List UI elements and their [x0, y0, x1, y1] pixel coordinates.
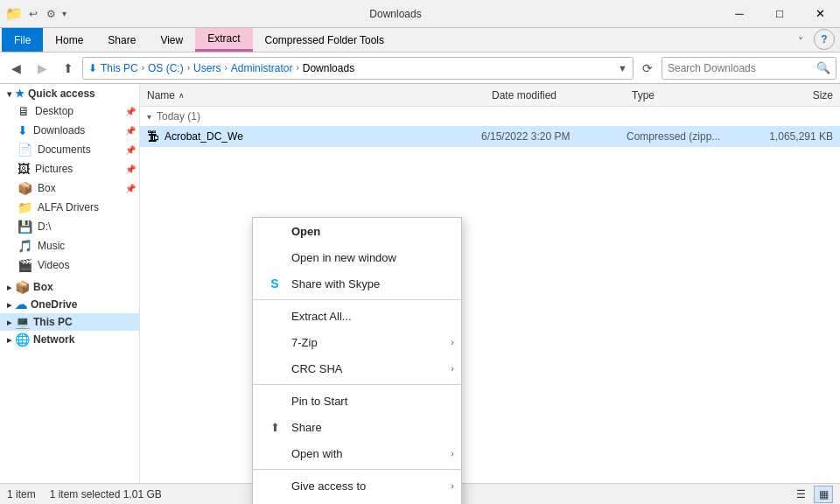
ctx-share-icon: ⬆: [267, 419, 283, 435]
ctx-extract-icon: [267, 308, 283, 324]
videos-icon: 🎬: [18, 258, 32, 272]
ctx-item-share-skype[interactable]: S Share with Skype: [253, 270, 461, 297]
ctx-item-crc-sha[interactable]: CRC SHA ›: [253, 355, 461, 382]
onedrive-label: OneDrive: [31, 298, 77, 311]
music-label: Music: [38, 240, 65, 252]
path-segment-administrator[interactable]: Administrator: [231, 62, 293, 74]
ctx-item-pin-to-start[interactable]: Pin to Start: [253, 388, 461, 414]
ctx-crc-label: CRC SHA: [291, 362, 343, 375]
ctx-extract-label: Extract All...: [291, 310, 352, 323]
sidebar-section-onedrive[interactable]: ▸ ☁ OneDrive: [0, 296, 139, 313]
qat-btn-properties[interactable]: ⚙: [44, 6, 59, 22]
ctx-item-7zip[interactable]: 7-Zip ›: [253, 329, 461, 355]
sidebar-section-box[interactable]: ▸ 📦 Box: [0, 278, 139, 296]
network-icon: 🌐: [15, 332, 30, 346]
sidebar-item-downloads[interactable]: ⬇ Downloads 📌: [0, 121, 139, 140]
col-header-name[interactable]: Name ∧: [147, 89, 492, 102]
refresh-button[interactable]: ⟳: [635, 56, 660, 80]
tab-compressed-folder-tools[interactable]: Compressed Folder Tools: [253, 28, 397, 52]
sidebar-item-music[interactable]: 🎵 Music: [0, 236, 139, 256]
qat-btn-undo[interactable]: ↩: [26, 6, 40, 22]
tab-home[interactable]: Home: [43, 28, 95, 52]
onedrive-icon: ☁: [15, 298, 27, 312]
close-button[interactable]: ✕: [800, 0, 840, 26]
quick-access-toolbar: 📁 ↩ ⚙ ▾: [0, 0, 72, 27]
chevron-onedrive-icon: ▸: [7, 300, 11, 310]
downloads-label: Downloads: [33, 124, 85, 136]
col-header-type[interactable]: Type: [632, 89, 746, 102]
ctx-separator-3: [253, 469, 461, 470]
ctx-item-open-with[interactable]: Open with ›: [253, 440, 461, 466]
downloads-icon: ⬇: [18, 123, 28, 137]
ctx-open-label: Open: [291, 225, 320, 238]
file-name-acrobat: Acrobat_DC_We: [164, 130, 476, 143]
search-input[interactable]: [668, 62, 816, 74]
sidebar-section-quick-access[interactable]: ▾ ★ Quick access: [0, 86, 139, 102]
file-date-acrobat: 6/15/2022 3:20 PM: [481, 130, 621, 143]
ctx-item-restore-versions[interactable]: Restore previous versions: [253, 499, 461, 504]
detail-view-button[interactable]: ▦: [814, 486, 833, 503]
group-header-today[interactable]: ▾ Today (1): [140, 107, 840, 126]
d-drive-label: D:\: [38, 220, 51, 233]
search-box[interactable]: 🔍: [662, 57, 836, 80]
sidebar-section-network[interactable]: ▸ 🌐 Network: [0, 331, 139, 348]
sidebar-item-desktop[interactable]: 🖥 Desktop 📌: [0, 102, 139, 121]
path-segment-thispc[interactable]: This PC: [101, 62, 138, 74]
ctx-item-open[interactable]: Open: [253, 218, 461, 244]
desktop-icon: 🖥: [18, 104, 30, 118]
pin-icon-desktop: 📌: [125, 107, 136, 116]
alfa-drivers-icon: 📁: [18, 200, 32, 214]
path-dropdown-arrow[interactable]: ▼: [618, 63, 627, 74]
ctx-open-new-icon: [267, 249, 283, 265]
path-segment-osc[interactable]: OS (C:): [148, 62, 184, 74]
path-segment-users[interactable]: Users: [193, 62, 220, 74]
ribbon-expand-icon[interactable]: ˅: [791, 32, 810, 52]
quick-access-star-icon: ★: [15, 88, 24, 100]
help-button[interactable]: ?: [814, 29, 835, 50]
up-button[interactable]: ⬆: [56, 56, 80, 80]
file-row-acrobat[interactable]: 🗜 Acrobat_DC_We 6/15/2022 3:20 PM Compre…: [140, 126, 840, 147]
column-headers: Name ∧ Date modified Type Size: [140, 84, 840, 107]
network-label: Network: [33, 333, 74, 346]
ctx-separator-2: [253, 384, 461, 385]
sidebar-item-pictures[interactable]: 🖼 Pictures 📌: [0, 159, 139, 178]
sidebar-item-box-qa[interactable]: 📦 Box 📌: [0, 178, 139, 198]
address-path[interactable]: ⬇ This PC › OS (C:) › Users › Administra…: [82, 57, 634, 80]
ctx-item-share[interactable]: ⬆ Share: [253, 414, 461, 440]
search-icon: 🔍: [816, 61, 830, 74]
col-header-date[interactable]: Date modified: [492, 89, 632, 102]
ctx-item-give-access[interactable]: Give access to ›: [253, 472, 461, 499]
pictures-icon: 🖼: [18, 162, 30, 176]
sidebar-item-d-drive[interactable]: 💾 D:\: [0, 217, 139, 236]
minimize-button[interactable]: ─: [719, 0, 760, 26]
alfa-drivers-label: ALFA Drivers: [38, 201, 99, 214]
sidebar-section-this-pc[interactable]: ▸ 💻 This PC: [0, 313, 139, 331]
qat-chevron[interactable]: ▾: [62, 9, 66, 18]
path-segment-downloads[interactable]: Downloads: [303, 62, 354, 74]
box-section-label: Box: [33, 281, 53, 293]
tab-file[interactable]: File: [2, 28, 43, 52]
list-view-button[interactable]: ☰: [791, 486, 810, 503]
ctx-skype-icon: S: [267, 276, 283, 291]
back-button[interactable]: ◀: [4, 56, 28, 80]
documents-icon: 📄: [18, 143, 32, 157]
ctx-item-open-new-window[interactable]: Open in new window: [253, 244, 461, 270]
item-count: 1 item: [7, 488, 36, 500]
forward-button[interactable]: ▶: [30, 56, 54, 80]
file-list-panel: Name ∧ Date modified Type Size ▾ Today (…: [140, 84, 840, 483]
desktop-label: Desktop: [35, 105, 74, 117]
sidebar-item-videos[interactable]: 🎬 Videos: [0, 256, 139, 275]
tab-view[interactable]: View: [148, 28, 195, 52]
context-menu: Open Open in new window S Share with Sky…: [252, 217, 462, 504]
sidebar-item-documents[interactable]: 📄 Documents 📌: [0, 140, 139, 159]
path-down-arrow: ⬇: [88, 62, 97, 74]
chevron-network-icon: ▸: [7, 335, 11, 345]
maximize-button[interactable]: □: [760, 0, 800, 26]
ctx-openwith-icon: [267, 445, 283, 461]
tab-extract[interactable]: Extract: [195, 28, 252, 52]
ctx-item-extract-all[interactable]: Extract All...: [253, 303, 461, 329]
col-header-size[interactable]: Size: [746, 89, 833, 102]
ctx-access-arrow: ›: [451, 480, 454, 491]
sidebar-item-alfa-drivers[interactable]: 📁 ALFA Drivers: [0, 198, 139, 217]
tab-share[interactable]: Share: [95, 28, 148, 52]
